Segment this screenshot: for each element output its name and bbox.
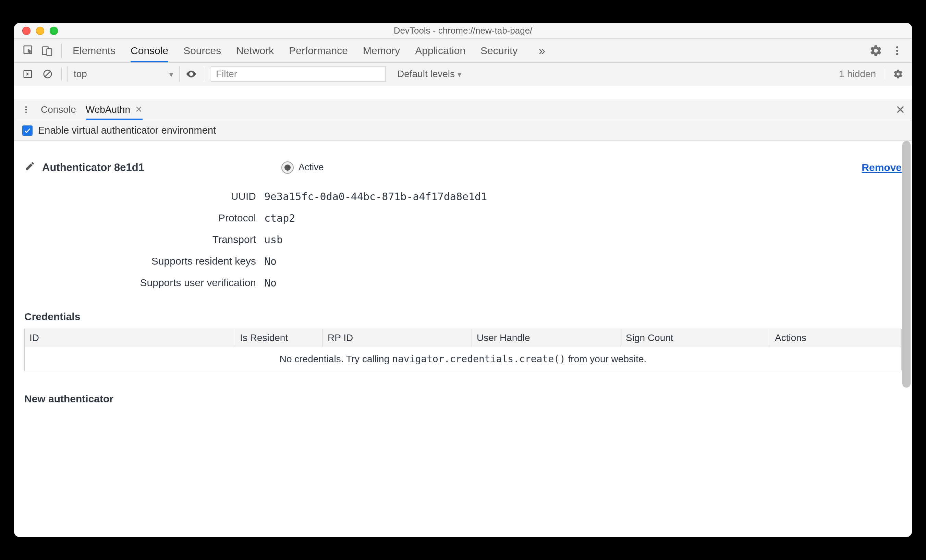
active-radio-label: Active: [298, 162, 324, 173]
log-level-label: Default levels: [397, 68, 455, 80]
resident-keys-value: No: [264, 255, 902, 267]
credentials-table: ID Is Resident RP ID User Handle Sign Co…: [24, 328, 902, 371]
svg-point-10: [25, 109, 27, 110]
col-actions[interactable]: Actions: [770, 329, 902, 347]
window-minimize-button[interactable]: [36, 27, 44, 35]
drawer-tabstrip: Console WebAuthn ✕ ✕: [14, 99, 912, 120]
console-output-area: [14, 85, 912, 99]
svg-point-5: [896, 53, 898, 55]
svg-point-9: [25, 106, 27, 108]
protocol-label: Protocol: [59, 212, 264, 224]
main-tabs: Elements Console Sources Network Perform…: [73, 39, 867, 62]
console-settings-gear-icon[interactable]: [890, 66, 906, 82]
enable-virtual-auth-row: Enable virtual authenticator environment: [14, 120, 912, 141]
divider: [61, 67, 62, 81]
active-radio[interactable]: [281, 161, 294, 174]
tab-console[interactable]: Console: [130, 39, 168, 62]
uuid-label: UUID: [59, 191, 264, 203]
transport-value: usb: [264, 234, 902, 246]
svg-point-11: [25, 111, 27, 113]
console-toolbar: top Filter Default levels 1 hidden: [14, 63, 912, 85]
transport-label: Transport: [59, 234, 264, 246]
main-tabstrip: Elements Console Sources Network Perform…: [14, 39, 912, 63]
tab-performance[interactable]: Performance: [289, 39, 348, 62]
divider: [883, 67, 883, 81]
execution-context-select[interactable]: top: [67, 67, 180, 82]
drawer-tab-label: Console: [41, 104, 76, 115]
log-level-select[interactable]: Default levels: [397, 68, 461, 80]
drawer-tab-webauthn[interactable]: WebAuthn ✕: [86, 99, 142, 120]
protocol-value: ctap2: [264, 212, 902, 224]
credentials-empty-message: No credentials. Try calling navigator.cr…: [25, 347, 902, 371]
user-verification-value: No: [264, 277, 902, 289]
svg-point-4: [896, 49, 898, 51]
enable-virtual-auth-label: Enable virtual authenticator environment: [38, 125, 216, 136]
col-rp-id[interactable]: RP ID: [323, 329, 472, 347]
devtools-window: DevTools - chrome://new-tab-page/ Elemen…: [14, 23, 912, 537]
console-filter-input[interactable]: Filter: [211, 67, 386, 82]
table-row: No credentials. Try calling navigator.cr…: [25, 347, 902, 371]
uuid-value: 9e3a15fc-0da0-44bc-871b-a4f17da8e1d1: [264, 191, 902, 203]
empty-suffix: from your website.: [566, 354, 647, 364]
divider: [205, 67, 205, 81]
chevron-down-icon: [457, 68, 461, 80]
col-is-resident[interactable]: Is Resident: [235, 329, 323, 347]
svg-point-3: [896, 46, 898, 48]
close-tab-icon[interactable]: ✕: [135, 104, 142, 115]
tab-elements[interactable]: Elements: [73, 39, 115, 62]
window-controls: [14, 27, 58, 35]
drawer-tab-label: WebAuthn: [86, 104, 130, 115]
drawer-tab-console[interactable]: Console: [41, 99, 76, 120]
tab-application[interactable]: Application: [415, 39, 465, 62]
svg-line-8: [45, 71, 51, 77]
table-header-row: ID Is Resident RP ID User Handle Sign Co…: [25, 329, 902, 347]
webauthn-panel: Authenticator 8e1d1 Active Remove UUID 9…: [14, 141, 912, 537]
col-user-handle[interactable]: User Handle: [472, 329, 621, 347]
active-radio-group: Active: [281, 161, 324, 174]
console-sidebar-toggle-icon[interactable]: [20, 66, 36, 82]
col-id[interactable]: ID: [25, 329, 235, 347]
window-maximize-button[interactable]: [50, 27, 58, 35]
enable-virtual-auth-checkbox[interactable]: [22, 126, 33, 136]
hidden-messages-count[interactable]: 1 hidden: [839, 68, 876, 80]
authenticator-title: Authenticator 8e1d1: [42, 161, 144, 174]
edit-pencil-icon[interactable]: [24, 161, 35, 174]
filter-placeholder: Filter: [216, 68, 237, 80]
tab-sources[interactable]: Sources: [183, 39, 221, 62]
empty-prefix: No credentials. Try calling: [280, 354, 392, 364]
tab-security[interactable]: Security: [481, 39, 517, 62]
settings-gear-icon[interactable]: [867, 41, 885, 60]
drawer-close-icon[interactable]: ✕: [896, 103, 905, 117]
user-verification-label: Supports user verification: [59, 277, 264, 289]
window-title: DevTools - chrome://new-tab-page/: [14, 25, 912, 36]
resident-keys-label: Supports resident keys: [59, 255, 264, 267]
svg-rect-2: [47, 48, 52, 56]
inspect-element-icon[interactable]: [20, 41, 38, 60]
device-toolbar-icon[interactable]: [38, 41, 56, 60]
col-sign-count[interactable]: Sign Count: [621, 329, 770, 347]
window-close-button[interactable]: [22, 27, 30, 35]
empty-code: navigator.credentials.create(): [392, 353, 566, 365]
clear-console-icon[interactable]: [39, 66, 56, 82]
live-expression-eye-icon[interactable]: [183, 66, 200, 82]
remove-authenticator-link[interactable]: Remove: [862, 162, 902, 173]
tabs-overflow-button[interactable]: »: [533, 39, 551, 62]
credentials-heading: Credentials: [24, 311, 902, 322]
authenticator-header: Authenticator 8e1d1 Active Remove: [24, 161, 902, 174]
execution-context-value: top: [74, 68, 87, 80]
authenticator-details: UUID 9e3a15fc-0da0-44bc-871b-a4f17da8e1d…: [59, 191, 902, 289]
main-menu-kebab-icon[interactable]: [888, 41, 906, 60]
tab-network[interactable]: Network: [236, 39, 274, 62]
tab-memory[interactable]: Memory: [363, 39, 400, 62]
drawer-menu-kebab-icon[interactable]: [21, 105, 31, 114]
divider: [61, 43, 62, 58]
titlebar: DevTools - chrome://new-tab-page/: [14, 23, 912, 39]
new-authenticator-heading: New authenticator: [24, 393, 902, 405]
chevron-down-icon: [169, 68, 173, 80]
